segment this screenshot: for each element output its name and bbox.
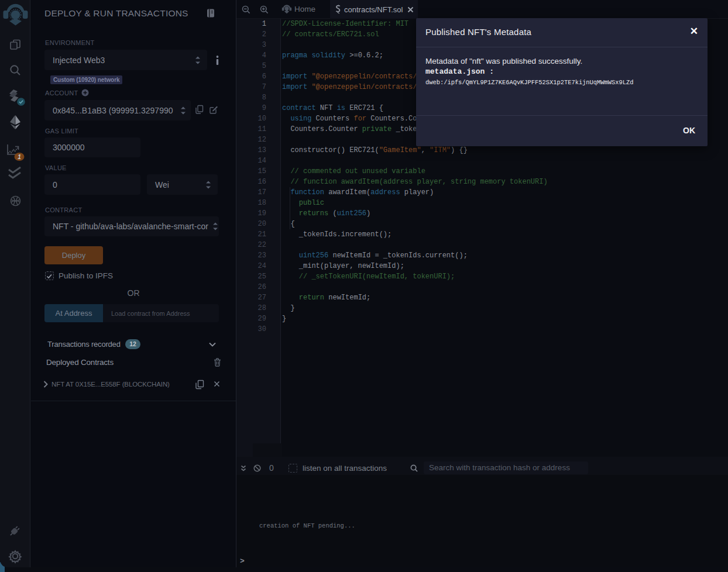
svg-text:1: 1 xyxy=(18,154,21,160)
